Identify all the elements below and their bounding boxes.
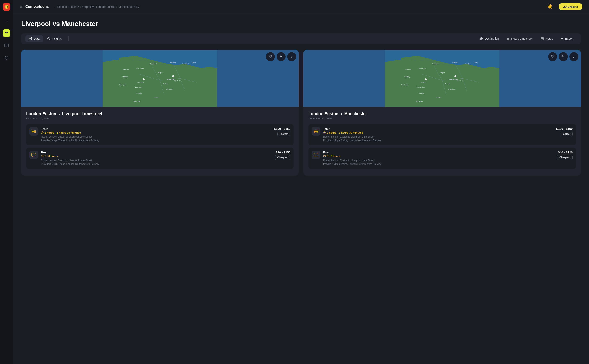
map-expand-btn[interactable]: ⤢	[287, 52, 296, 61]
svg-text:Blackburn: Blackburn	[136, 68, 144, 70]
map-favorite-btn-manchester[interactable]: ♡	[548, 52, 557, 61]
page-header-title: Comparisons	[25, 5, 49, 9]
map-edit-btn-manchester[interactable]: ✎	[559, 52, 568, 61]
svg-text:Chester: Chester	[419, 92, 424, 94]
svg-text:Sheffield: Sheffield	[456, 80, 463, 82]
toolbar-left: Data Insights	[25, 35, 65, 42]
svg-point-67	[315, 156, 315, 157]
svg-text:Southport: Southport	[401, 84, 408, 86]
svg-point-38	[32, 156, 33, 157]
svg-point-63	[315, 132, 315, 133]
train-icon-wrap-liverpool	[29, 127, 38, 136]
sidebar-item-comparisons[interactable]	[3, 29, 10, 37]
svg-text:Burnley: Burnley	[170, 62, 176, 63]
map-overlay-buttons-manchester: ♡ ✎ ⤢	[548, 52, 578, 61]
svg-text:Crewe: Crewe	[154, 96, 159, 98]
transport-price-bus-liverpool: $30 - $150	[275, 150, 291, 154]
card-route-liverpool: London Euston › Liverpool Limestreet	[26, 111, 294, 116]
card-liverpool: Liverpool Manchester Blackpool Burnley B…	[21, 50, 298, 176]
svg-text:Blackpool: Blackpool	[432, 63, 439, 65]
train-icon-liverpool	[31, 129, 36, 134]
sidebar-item-discount[interactable]: %	[3, 54, 10, 61]
header: ≡ Comparisons ← London Euston > Liverpoo…	[13, 0, 589, 13]
transport-price-col-bus-liverpool: $30 - $150 Cheapest	[275, 150, 291, 160]
svg-text:Warrington: Warrington	[134, 86, 142, 88]
theme-icon[interactable]: ☀️	[547, 4, 553, 9]
card-body-manchester: London Euston › Manchester December 30, …	[304, 107, 581, 176]
card-date-liverpool: December 30, 2024	[26, 117, 294, 120]
transport-route-train-manchester: Route: London Euston to Liverpool Lime S…	[323, 135, 553, 142]
card-date-manchester: December 30, 2024	[308, 117, 576, 120]
svg-point-34	[32, 132, 33, 133]
svg-text:Wrexham: Wrexham	[133, 100, 140, 102]
logo-icon[interactable]: 😊	[3, 3, 10, 11]
toolbar-new-comparison-btn[interactable]: New Comparison	[503, 35, 537, 42]
svg-text:Chorley: Chorley	[122, 76, 128, 78]
card-manchester: Liverpool Manchester Blackpool Burnley B…	[304, 50, 581, 176]
destination-icon	[480, 37, 483, 40]
sidebar-item-map[interactable]	[3, 42, 10, 49]
transport-price-col-train-manchester: $120 - $150 Fastest	[556, 127, 573, 136]
svg-point-13	[142, 78, 145, 80]
map-favorite-btn[interactable]: ♡	[266, 52, 275, 61]
svg-text:Blackburn: Blackburn	[419, 68, 426, 70]
transport-time-train-liverpool: 2 hours - 2 hours 30 minutes	[41, 131, 271, 134]
svg-point-42	[425, 78, 427, 80]
transport-route-bus-liverpool: Route: London Euston to Liverpool Lime S…	[41, 158, 272, 166]
svg-text:Preston: Preston	[123, 69, 129, 71]
svg-text:Warrington: Warrington	[417, 86, 425, 88]
svg-point-8	[47, 37, 50, 40]
svg-point-43	[454, 75, 456, 77]
map-edit-btn[interactable]: ✎	[277, 52, 285, 61]
svg-rect-33	[32, 130, 36, 133]
svg-text:Leeds: Leeds	[474, 62, 478, 63]
transport-route-train-liverpool: Route: London Euston to Liverpool Lime S…	[41, 135, 271, 142]
cards-grid: Liverpool Manchester Blackpool Burnley B…	[21, 50, 581, 176]
sidebar-item-home[interactable]: ⌂	[3, 17, 10, 25]
svg-text:Southport: Southport	[119, 84, 126, 86]
bus-icon-wrap-liverpool	[29, 150, 38, 159]
svg-point-35	[34, 132, 35, 133]
svg-point-11	[481, 38, 482, 39]
tab-data[interactable]: Data	[25, 35, 43, 42]
bus-icon-manchester	[314, 152, 318, 157]
tab-insights[interactable]: Insights	[44, 35, 65, 42]
toolbar-destination-btn[interactable]: Destination	[477, 35, 502, 42]
transport-time-train-manchester: 3 hours - 3 hours 30 minutes	[323, 131, 553, 134]
transport-item-train-liverpool: Train 2 hours - 2 hours 30 minutes Route…	[26, 124, 294, 145]
badge-fastest-liverpool-train: Fastest	[277, 132, 291, 136]
transport-price-col-train-liverpool: $100 - $150 Fastest	[274, 127, 291, 136]
transport-price-col-bus-manchester: $40 - $120 Cheapest	[557, 150, 573, 160]
clock-icon-train-m	[323, 131, 326, 134]
transport-details-bus-liverpool: Bus 5 - 6 hours Route: London Euston to …	[41, 150, 272, 166]
svg-text:Blackpool: Blackpool	[150, 63, 157, 65]
svg-text:Chester: Chester	[136, 92, 142, 94]
toolbar-divider	[68, 36, 69, 41]
svg-text:Crewe: Crewe	[436, 96, 441, 98]
svg-text:Bolton: Bolton	[163, 83, 168, 85]
breadcrumb: ← London Euston > Liverpool vs London Eu…	[54, 5, 139, 8]
badge-cheapest-liverpool-bus: Cheapest	[275, 155, 291, 160]
svg-text:Liverpool: Liverpool	[137, 81, 144, 83]
insights-icon	[47, 37, 50, 40]
map-liverpool: Liverpool Manchester Blackpool Burnley B…	[21, 50, 298, 107]
credits-badge[interactable]: 20 Credits	[558, 3, 583, 10]
svg-point-14	[172, 75, 174, 77]
svg-point-9	[48, 39, 49, 39]
toolbar-notes-btn[interactable]: Notes	[537, 35, 556, 42]
map-expand-btn-manchester[interactable]: ⤢	[569, 52, 578, 61]
svg-text:Bradford: Bradford	[182, 63, 189, 65]
svg-point-64	[317, 132, 317, 133]
transport-details-train-manchester: Train 3 hours - 3 hours 30 minutes Route…	[323, 127, 553, 142]
svg-text:Stockport: Stockport	[166, 88, 173, 90]
toolbar-export-btn[interactable]: Export	[557, 35, 577, 42]
svg-text:Leeds: Leeds	[192, 62, 196, 63]
svg-point-1	[6, 33, 7, 33]
transport-route-bus-manchester: Route: London Euston to Liverpool Lime S…	[323, 158, 554, 166]
badge-cheapest-manchester-bus: Cheapest	[557, 155, 573, 160]
menu-icon[interactable]: ≡	[20, 4, 22, 9]
svg-text:Burnley: Burnley	[452, 62, 458, 63]
clock-icon	[41, 131, 44, 134]
train-icon-wrap-manchester	[312, 127, 320, 136]
transport-time-bus-liverpool: 5 - 6 hours	[41, 155, 272, 158]
